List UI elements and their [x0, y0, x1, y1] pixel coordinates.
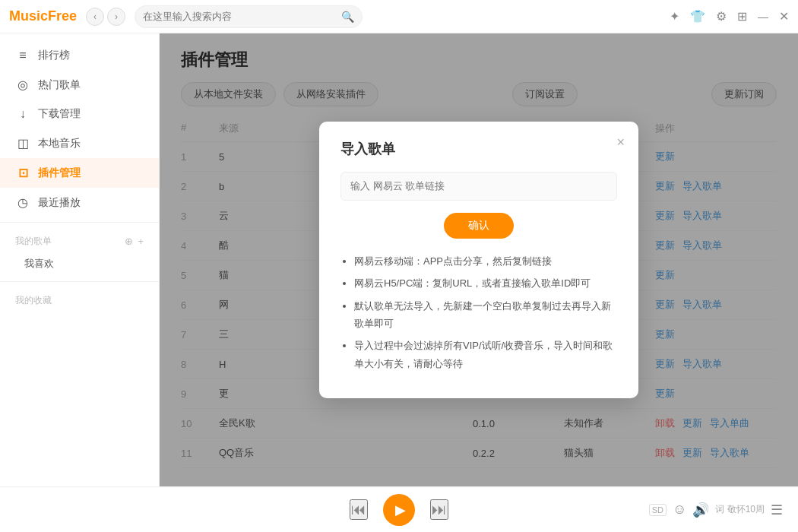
play-icon: ▶	[395, 502, 406, 518]
titlebar-right: ✦ 👕 ⚙ ⊞ — ✕	[670, 9, 789, 24]
modal-title: 导入歌单	[340, 140, 617, 158]
local-icon: ◫	[15, 136, 30, 150]
playlist-actions: ⊕ +	[125, 236, 144, 247]
sidebar-divider-1	[0, 222, 159, 223]
app-logo: MusicFree	[9, 8, 77, 24]
sd-badge: SD	[649, 504, 667, 516]
playlist-icon[interactable]: ☰	[771, 502, 783, 518]
nav-buttons: ‹ ›	[86, 8, 125, 26]
my-collections-label: 我的收藏	[15, 294, 52, 307]
tip-item: 默认歌单无法导入，先新建一个空白歌单复制过去再导入新歌单即可	[354, 297, 617, 333]
sidebar-label-hot: 热门歌单	[38, 78, 81, 92]
sidebar-label-charts: 排行榜	[38, 49, 70, 62]
favorites-label: 我喜欢	[24, 258, 54, 269]
sidebar-label-download: 下载管理	[38, 107, 81, 121]
play-button[interactable]: ▶	[383, 494, 415, 526]
tip-item: 网易云移动端：APP点击分享，然后复制链接	[354, 252, 617, 270]
shirt-icon[interactable]: 👕	[690, 9, 705, 24]
magic-icon[interactable]: ✦	[670, 9, 679, 24]
search-bar[interactable]: 🔍	[135, 5, 363, 28]
more-playlist-icon[interactable]: +	[138, 236, 144, 247]
sidebar-item-local[interactable]: ◫ 本地音乐	[0, 128, 159, 158]
download-icon: ↓	[15, 107, 30, 121]
tips-list: 网易云移动端：APP点击分享，然后复制链接网易云H5/PC端：复制URL，或者直…	[340, 252, 617, 372]
sidebar-item-recent[interactable]: ◷ 最近播放	[0, 188, 159, 217]
modal-confirm-button[interactable]: 确认	[444, 213, 514, 239]
sidebar-section-playlists: 我的歌单 ⊕ +	[0, 227, 159, 251]
sidebar-item-charts[interactable]: ≡ 排行榜	[0, 41, 159, 70]
content-area: 插件管理 从本地文件安装 从网络安装插件 订阅设置 更新订阅 # 来源 版本号 …	[160, 33, 798, 486]
modal-tips: 网易云移动端：APP点击分享，然后复制链接网易云H5/PC端：复制URL，或者直…	[340, 252, 617, 372]
volume-icon[interactable]: 🔊	[692, 502, 709, 518]
gear-icon[interactable]: ⚙	[716, 9, 727, 24]
player-right-controls: SD ☺ 🔊 词 敬怀10周 ☰	[649, 502, 783, 518]
sidebar-divider-2	[0, 281, 159, 282]
add-playlist-icon[interactable]: ⊕	[125, 236, 133, 247]
import-playlist-modal: 导入歌单 × 确认 网易云移动端：APP点击分享，然后复制链接网易云H5/PC端…	[319, 122, 638, 398]
player-bar: ⏮ ▶ ⏭ SD ☺ 🔊 词 敬怀10周 ☰	[0, 486, 798, 532]
modal-overlay[interactable]: 导入歌单 × 确认 网易云移动端：APP点击分享，然后复制链接网易云H5/PC端…	[160, 33, 798, 486]
sidebar-label-plugins: 插件管理	[38, 166, 81, 180]
main-layout: ≡ 排行榜 ◎ 热门歌单 ↓ 下载管理 ◫ 本地音乐 ⊡ 插件管理 ◷ 最近播放…	[0, 33, 798, 486]
tip-item: 导入过程中会过滤掉所有VIP/试听/收费音乐，导入时间和歌单大小有关，请耐心等待	[354, 337, 617, 372]
smiley-icon[interactable]: ☺	[673, 502, 686, 518]
tip-item: 网易云H5/PC端：复制URL，或者直接输入歌单ID即可	[354, 274, 617, 292]
minimize-button[interactable]: —	[758, 11, 768, 23]
plugins-icon: ⊡	[15, 166, 30, 180]
sidebar-label-recent: 最近播放	[38, 196, 81, 210]
sidebar-label-local: 本地音乐	[38, 137, 81, 150]
layout-icon[interactable]: ⊞	[737, 9, 747, 24]
hot-icon: ◎	[15, 78, 30, 92]
nav-forward-button[interactable]: ›	[107, 8, 125, 26]
sidebar-item-hot[interactable]: ◎ 热门歌单	[0, 70, 159, 100]
lyrics-text: 词 敬怀10周	[715, 503, 765, 516]
charts-icon: ≡	[15, 49, 30, 62]
sidebar-item-plugins[interactable]: ⊡ 插件管理	[0, 158, 159, 188]
playlist-url-input[interactable]	[340, 172, 617, 201]
sidebar-item-download[interactable]: ↓ 下载管理	[0, 100, 159, 128]
prev-button[interactable]: ⏮	[350, 499, 368, 520]
close-button[interactable]: ✕	[779, 9, 789, 24]
search-input[interactable]	[143, 11, 337, 22]
nav-back-button[interactable]: ‹	[86, 8, 104, 26]
sidebar-section-collections: 我的收藏	[0, 287, 159, 310]
search-icon: 🔍	[341, 11, 354, 23]
my-playlists-label: 我的歌单	[15, 235, 52, 248]
titlebar: MusicFree ‹ › 🔍 ✦ 👕 ⚙ ⊞ — ✕	[0, 0, 798, 33]
sidebar-sub-favorites[interactable]: 我喜欢	[0, 251, 159, 277]
next-button[interactable]: ⏭	[430, 499, 448, 520]
modal-close-button[interactable]: ×	[616, 135, 625, 149]
recent-icon: ◷	[15, 195, 30, 210]
sidebar: ≡ 排行榜 ◎ 热门歌单 ↓ 下载管理 ◫ 本地音乐 ⊡ 插件管理 ◷ 最近播放…	[0, 33, 160, 486]
